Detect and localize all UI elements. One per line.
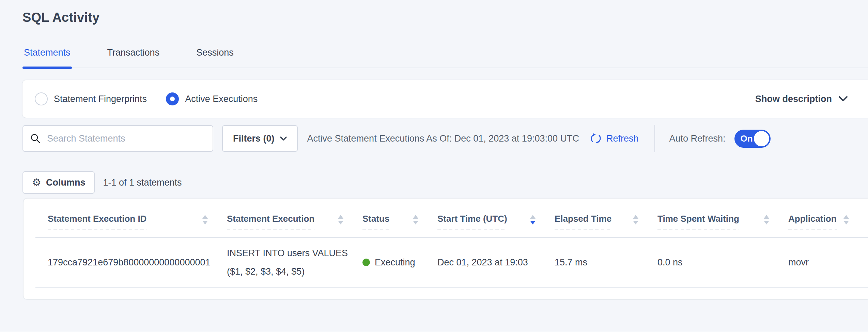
toggle-knob[interactable] (754, 131, 769, 146)
columns-button[interactable]: ⚙ Columns (22, 171, 95, 194)
table-toolbar: ⚙ Columns 1-1 of 1 statements (22, 171, 868, 194)
cell-application: movr (788, 237, 868, 287)
show-description-label: Show description (755, 94, 832, 104)
bottom-strip (0, 332, 868, 335)
chevron-down-icon (839, 96, 848, 102)
columns-label: Columns (46, 177, 86, 188)
as-of-timestamp: Active Statement Executions As Of: Dec 0… (307, 133, 579, 144)
show-description-toggle[interactable]: Show description (755, 94, 848, 104)
toggle-state-label: On (741, 133, 753, 144)
refresh-icon (589, 132, 602, 145)
sort-arrows-icon[interactable] (633, 215, 638, 224)
gear-icon: ⚙ (32, 177, 41, 188)
sort-arrows-icon[interactable] (764, 215, 769, 224)
column-header-statement-execution[interactable]: Statement Execution (227, 199, 362, 237)
column-header-application[interactable]: Application (788, 199, 868, 237)
radio-active-executions[interactable]: Active Executions (166, 92, 258, 105)
refresh-button[interactable]: Refresh (589, 132, 639, 145)
column-header-statement-execution-id[interactable]: Statement Execution ID (35, 199, 227, 237)
refresh-label: Refresh (606, 133, 639, 144)
result-count: 1-1 of 1 statements (103, 177, 182, 188)
cell-elapsed-time: 15.7 ms (555, 237, 657, 287)
statements-table: Statement Execution ID Statement Executi… (35, 199, 868, 288)
radio-label: Statement Fingerprints (54, 94, 147, 104)
column-header-start-time[interactable]: Start Time (UTC) (437, 199, 555, 237)
cell-statement-execution[interactable]: INSERT INTO users VALUES ($1, $2, $3, $4… (227, 237, 362, 287)
status-executing-icon (362, 259, 370, 266)
radio-selected-icon[interactable] (166, 92, 179, 105)
cell-execution-id[interactable]: 179cca7921e679b80000000000000001 (35, 237, 227, 287)
auto-refresh-label: Auto Refresh: (669, 133, 726, 144)
column-header-elapsed-time[interactable]: Elapsed Time (555, 199, 657, 237)
view-mode-card: Statement Fingerprints Active Executions… (22, 80, 868, 118)
chevron-down-icon (280, 136, 287, 141)
radio-label: Active Executions (185, 94, 258, 104)
radio-unselected-icon[interactable] (35, 92, 48, 105)
cell-time-spent-waiting: 0.0 ns (657, 237, 788, 287)
cell-start-time: Dec 01, 2023 at 19:03 (437, 237, 555, 287)
search-box[interactable] (22, 125, 213, 152)
tab-statements[interactable]: Statements (22, 47, 72, 68)
sort-arrows-icon[interactable] (202, 215, 208, 224)
tab-sessions[interactable]: Sessions (195, 47, 235, 68)
page-title: SQL Activity (22, 10, 868, 25)
cell-status: Executing (362, 237, 437, 287)
tab-bar: Statements Transactions Sessions (22, 47, 868, 68)
table-row[interactable]: 179cca7921e679b80000000000000001 INSERT … (35, 237, 868, 287)
statements-table-card: Statement Execution ID Statement Executi… (24, 199, 868, 299)
filters-button[interactable]: Filters (0) (222, 125, 298, 152)
sort-arrows-icon[interactable] (413, 215, 418, 224)
sort-arrows-icon[interactable] (843, 215, 849, 224)
controls-row: Filters (0) Active Statement Executions … (22, 125, 868, 152)
view-mode-radio-group: Statement Fingerprints Active Executions (35, 92, 258, 105)
search-icon (30, 133, 41, 144)
search-input[interactable] (47, 133, 206, 144)
table-header-row: Statement Execution ID Statement Executi… (35, 199, 868, 237)
vertical-divider (654, 125, 655, 152)
tab-transactions[interactable]: Transactions (106, 47, 161, 68)
filters-label: Filters (0) (233, 133, 275, 144)
column-header-status[interactable]: Status (362, 199, 437, 237)
column-header-time-spent-waiting[interactable]: Time Spent Waiting (657, 199, 788, 237)
sort-arrows-icon[interactable] (338, 215, 343, 224)
sort-arrows-icon[interactable] (530, 215, 536, 224)
auto-refresh-toggle[interactable]: On (734, 130, 771, 148)
radio-statement-fingerprints[interactable]: Statement Fingerprints (35, 92, 147, 105)
